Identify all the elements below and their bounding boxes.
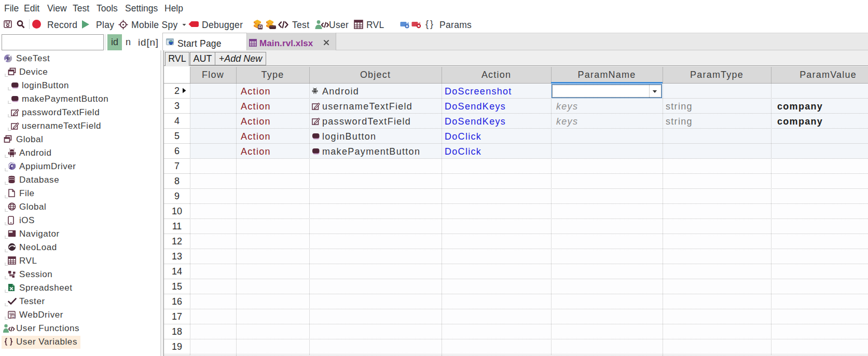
svg-text:se: se (11, 316, 15, 319)
